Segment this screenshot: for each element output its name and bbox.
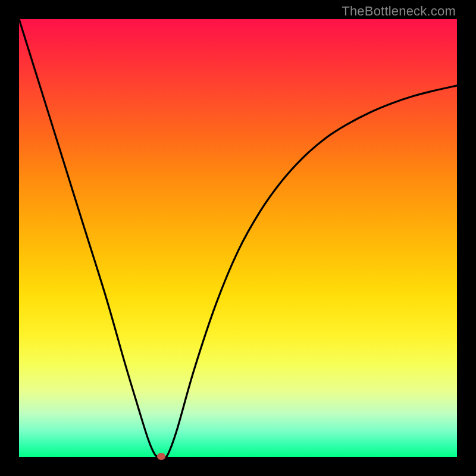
curve-svg [19,19,457,457]
bottleneck-curve [19,19,457,458]
plot-area [19,19,457,457]
chart-frame: TheBottleneck.com [0,0,476,476]
min-marker [157,453,165,460]
watermark-text: TheBottleneck.com [342,4,456,19]
